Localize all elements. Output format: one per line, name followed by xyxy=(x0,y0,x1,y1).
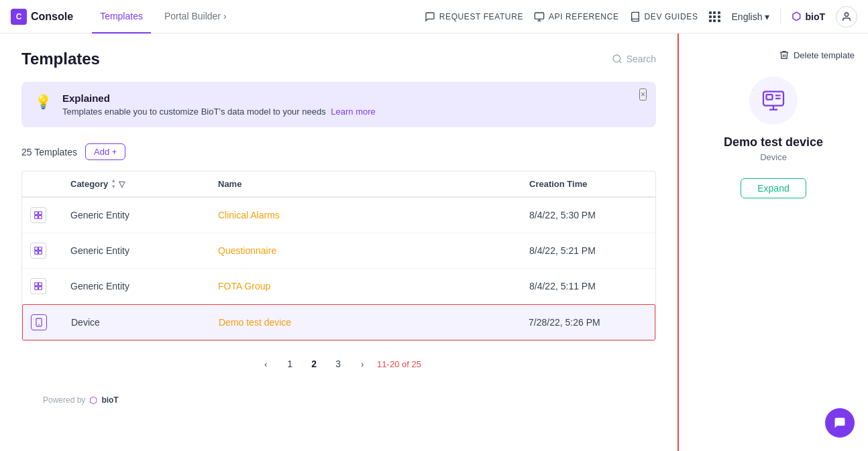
user-avatar[interactable] xyxy=(836,6,857,27)
svg-rect-13 xyxy=(39,251,42,255)
svg-rect-15 xyxy=(39,283,42,286)
row-time: 7/28/22, 5:26 PM xyxy=(521,317,655,328)
row-icon-cell xyxy=(22,278,62,294)
svg-rect-14 xyxy=(35,283,38,286)
row-time: 8/4/22, 5:21 PM xyxy=(521,245,655,256)
biot-brand: ⬡ bioT xyxy=(792,10,825,23)
panel-device-type: Device xyxy=(760,152,787,162)
page-title: Templates xyxy=(21,50,100,68)
pagination-info: 11-20 of 25 xyxy=(377,359,421,369)
language-selector[interactable]: English ▾ xyxy=(732,11,770,22)
generic-entity-icon xyxy=(30,207,46,223)
row-icon-cell xyxy=(22,243,62,259)
templates-toolbar: 25 Templates Add + xyxy=(21,143,656,160)
svg-point-4 xyxy=(613,55,620,62)
powered-by-label: Powered by xyxy=(43,395,85,405)
svg-rect-9 xyxy=(39,216,42,219)
footer-biot-brand: bioT xyxy=(101,395,118,405)
templates-count: 25 Templates xyxy=(21,147,77,157)
nav-tab-templates[interactable]: Templates xyxy=(92,0,151,34)
row-category: Generic Entity xyxy=(62,281,210,292)
table-row[interactable]: Generic Entity Clinical Alarms 8/4/22, 5… xyxy=(22,198,655,233)
footer-biot-icon: ⬡ xyxy=(89,395,97,405)
chat-icon xyxy=(425,11,435,22)
next-page-button[interactable]: › xyxy=(353,355,372,373)
generic-entity-icon xyxy=(30,278,46,294)
search-icon xyxy=(612,54,622,64)
banner-description: Templates enable you to customize BioT's… xyxy=(62,107,376,117)
row-icon-cell xyxy=(22,207,62,223)
row-category: Generic Entity xyxy=(62,245,210,256)
generic-entity-icon xyxy=(30,243,46,259)
delete-template-button[interactable]: Delete template xyxy=(779,50,855,60)
logo[interactable]: C Console xyxy=(11,9,73,25)
logo-text: Console xyxy=(31,11,73,23)
right-panel: Delete template Demo test device Device … xyxy=(677,34,868,451)
search-box[interactable]: Search xyxy=(612,54,656,64)
bulb-icon: 💡 xyxy=(35,94,52,110)
monitor-icon xyxy=(534,11,545,22)
row-time: 8/4/22, 5:30 PM xyxy=(521,210,655,220)
pagination: ‹ 1 2 3 › 11-20 of 25 xyxy=(21,355,656,387)
row-category: Device xyxy=(63,317,211,328)
grid-menu-icon[interactable] xyxy=(709,11,721,22)
svg-rect-12 xyxy=(35,251,38,255)
row-name[interactable]: FOTA Group xyxy=(210,281,521,292)
row-name[interactable]: Clinical Alarms xyxy=(210,210,521,220)
trash-icon xyxy=(779,50,790,60)
svg-rect-21 xyxy=(767,94,773,100)
api-reference-btn[interactable]: API REFERENCE xyxy=(534,11,619,22)
svg-point-3 xyxy=(845,13,848,16)
device-large-icon xyxy=(761,88,785,113)
person-icon xyxy=(841,11,852,22)
page-3-button[interactable]: 3 xyxy=(329,355,347,373)
chat-support-button[interactable] xyxy=(825,408,855,438)
table-header: Category ▲▼ ▽ Name Creation Time xyxy=(22,172,655,198)
biot-logo-icon: ⬡ xyxy=(792,10,801,23)
col-creation-time: Creation Time xyxy=(521,178,655,190)
page-2-button[interactable]: 2 xyxy=(305,355,323,373)
prev-page-button[interactable]: ‹ xyxy=(256,355,275,373)
content-area: Templates Search 💡 Explained Templates e… xyxy=(0,34,677,451)
nav-tab-portal-builder[interactable]: Portal Builder › xyxy=(156,0,235,34)
banner-title: Explained xyxy=(62,92,376,104)
search-label: Search xyxy=(627,54,656,64)
add-template-button[interactable]: Add + xyxy=(85,143,125,160)
banner-close-button[interactable]: × xyxy=(639,88,647,101)
main-layout: Templates Search 💡 Explained Templates e… xyxy=(0,34,868,451)
svg-rect-11 xyxy=(39,247,42,251)
category-sort-icon[interactable]: ▲▼ xyxy=(111,178,116,190)
col-category: Category ▲▼ ▽ xyxy=(62,178,210,190)
table-row[interactable]: Generic Entity FOTA Group 8/4/22, 5:11 P… xyxy=(22,269,655,304)
row-name[interactable]: Questionnaire xyxy=(210,245,521,256)
device-icon xyxy=(31,314,47,330)
category-filter-icon[interactable]: ▽ xyxy=(119,180,125,189)
request-feature-btn[interactable]: REQUEST FEATURE xyxy=(425,11,523,22)
svg-rect-7 xyxy=(39,212,42,215)
svg-rect-8 xyxy=(35,216,38,219)
svg-rect-16 xyxy=(35,287,38,290)
nav-actions: REQUEST FEATURE API REFERENCE DEV GUIDES… xyxy=(425,6,857,27)
svg-rect-17 xyxy=(39,287,42,290)
col-name: Name xyxy=(210,178,521,190)
svg-rect-0 xyxy=(535,13,543,19)
row-name[interactable]: Demo test device xyxy=(211,317,521,328)
row-time: 8/4/22, 5:11 PM xyxy=(521,281,655,292)
top-nav: C Console Templates Portal Builder › REQ… xyxy=(0,0,868,34)
banner-content: Explained Templates enable you to custom… xyxy=(62,92,376,117)
chat-bubble-icon xyxy=(833,416,847,430)
expand-button[interactable]: Expand xyxy=(741,178,806,198)
learn-more-link[interactable]: Learn more xyxy=(331,107,375,117)
chevron-down-icon: ▾ xyxy=(765,11,769,22)
dev-guides-btn[interactable]: DEV GUIDES xyxy=(630,11,698,22)
row-icon-cell xyxy=(23,314,63,330)
info-banner: 💡 Explained Templates enable you to cust… xyxy=(21,82,656,127)
page-header: Templates Search xyxy=(21,50,656,68)
col-icon xyxy=(22,178,62,190)
page-1-button[interactable]: 1 xyxy=(280,355,299,373)
svg-rect-10 xyxy=(35,247,38,251)
svg-rect-6 xyxy=(35,212,38,215)
table-row-selected[interactable]: Device Demo test device 7/28/22, 5:26 PM xyxy=(22,304,655,340)
table-row[interactable]: Generic Entity Questionnaire 8/4/22, 5:2… xyxy=(22,233,655,269)
portal-arrow: › xyxy=(223,11,227,21)
